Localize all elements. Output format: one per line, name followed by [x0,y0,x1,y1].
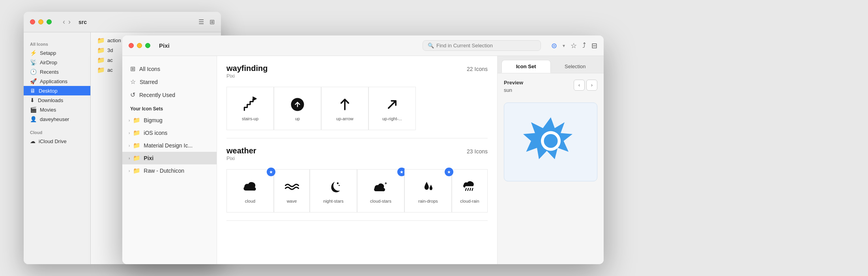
sidebar-recents[interactable]: 🕐Recents [24,67,90,76]
sidebar-desktop[interactable]: 🖥Desktop [24,86,90,95]
sidebar-airdrop[interactable]: 📡AirDrop [24,58,90,67]
icon-wrapper-rain-drops: rain-drops ★ [404,169,452,213]
finder-close-button[interactable] [30,19,35,24]
favourites-section-label: All Icons [24,40,90,48]
export-icon[interactable]: ⤴ [582,41,586,50]
svg-line-4 [468,188,468,191]
finder-toolbar-icons: ☰ ⊞ [198,18,215,26]
sidebar-recently-used[interactable]: ↺ Recently Used [122,88,217,101]
pixi-titlebar: Pixi 🔍 ⊜ ▾ ☆ ⤴ ⊟ [122,35,604,56]
weather-section: weather Pixi 23 Icons cloud [217,138,497,221]
sidebar-starred[interactable]: ☆ Starred [122,75,217,88]
up-svg [289,96,306,113]
icon-cell-stairs-up[interactable]: stairs-up [226,87,274,130]
sidebar-folder-ios[interactable]: › 📁 iOS icons [122,127,217,139]
icon-cell-cloud-rain[interactable]: cloud-rain [452,169,488,213]
folder-icon: 📁 [133,142,140,149]
night-svg [325,178,342,196]
icloud-icon: ☁ [30,138,36,144]
pixi-right-panel: Icon Set Selection Preview sun ‹ › [497,56,604,264]
svg-point-1 [337,183,339,185]
sidebar-movies[interactable]: 🎬Movies [24,105,90,114]
icon-cell-night[interactable]: night-stars [310,169,357,213]
filter-dropdown-icon[interactable]: ▾ [563,43,565,48]
icon-cell-up-right[interactable]: up-right-... [369,87,416,130]
grid-view-icon[interactable]: ⊞ [210,18,215,26]
icon-cell-cloud-stars[interactable]: cloud-stars [357,169,404,213]
sidebar-applications[interactable]: 🚀Applications [24,76,90,86]
cloud-stars-label: cloud-stars [370,199,391,203]
finder-minimize-button[interactable] [38,19,43,24]
folder-icon: 📁 [133,155,140,162]
wave-svg [283,178,301,196]
filter-icon[interactable]: ⊜ [551,41,557,50]
finder-navigation: ‹ › [63,18,71,26]
cloud-rain-label: cloud-rain [460,199,479,203]
wayfinding-source: Pixi [226,73,268,79]
wayfinding-icon-grid: stairs-up up [226,80,488,138]
folder-icon: 📁 [133,167,140,174]
starred-badge-cloud: ★ [267,168,275,176]
sidebar-folder-bigmug[interactable]: › 📁 Bigmug [122,114,217,127]
sidebar-setapp[interactable]: ⚡Setapp [24,48,90,58]
applications-icon: 🚀 [30,78,37,84]
tab-selection[interactable]: Selection [551,60,600,73]
starred-badge-rain-drops: ★ [445,168,453,176]
pixi-app-title: Pixi [159,42,170,49]
back-arrow-icon[interactable]: ‹ [63,18,65,26]
pixi-maximize-button[interactable] [145,43,150,48]
pixi-close-button[interactable] [129,43,134,48]
weather-count: 23 Icons [467,148,488,155]
svg-line-5 [470,188,471,191]
tab-icon-set[interactable]: Icon Set [501,60,551,73]
sidebar-downloads[interactable]: ⬇Downloads [24,95,90,105]
sidebar-folder-material[interactable]: › 📁 Material Design Ic... [122,139,217,152]
finder-traffic-lights [30,19,52,24]
all-icons-icon: ⊞ [130,65,135,73]
movies-icon: 🎬 [30,106,37,113]
sidebar-all-icons[interactable]: ⊞ All Icons [122,62,217,75]
folder-icon: 📁 [133,129,140,136]
list-view-icon[interactable]: ☰ [198,18,204,26]
user-icon: 👤 [30,116,37,122]
up-right-svg [383,96,401,113]
preview-prev-button[interactable]: ‹ [574,80,585,91]
rain-drops-svg [419,178,437,196]
weather-title: weather [226,146,256,155]
sidebar-folder-raw[interactable]: › 📁 Raw - Dutchicon [122,164,217,177]
chevron-right-icon: › [129,131,130,135]
pixi-body: ⊞ All Icons ☆ Starred ↺ Recently Used Yo… [122,56,604,264]
pixi-main-content: wayfinding Pixi 22 Icons stairs-up [217,56,497,264]
icon-cell-wave[interactable]: wave [274,169,310,213]
icon-cell-up[interactable]: up [274,87,321,130]
icon-cell-cloud[interactable]: cloud [226,169,274,213]
up-arrow-svg [336,96,354,113]
sidebar-toggle-icon[interactable]: ⊟ [591,41,597,50]
recently-used-icon: ↺ [130,91,135,99]
finder-sidebar: All Icons ⚡Setapp 📡AirDrop 🕐Recents 🚀App… [24,32,91,264]
star-icon[interactable]: ☆ [571,41,577,50]
icon-cell-up-arrow[interactable]: up-arrow [321,87,369,130]
preview-next-button[interactable]: › [586,80,597,91]
icon-wrapper-cloud: cloud ★ [226,169,274,213]
cloud-svg [241,178,259,196]
sidebar-icloud[interactable]: ☁iCloud Drive [24,136,90,146]
search-icon: 🔍 [428,43,434,48]
wayfinding-count: 22 Icons [467,66,488,72]
recents-icon: 🕐 [30,69,37,75]
svg-point-8 [544,134,557,148]
finder-maximize-button[interactable] [47,19,52,24]
search-input[interactable] [436,43,536,48]
preview-label: Preview [504,80,523,86]
wave-label: wave [287,199,297,203]
forward-arrow-icon[interactable]: › [68,18,71,26]
cloud-rain-svg [461,178,479,196]
svg-point-2 [339,185,340,186]
sidebar-user[interactable]: 👤daveyheuser [24,114,90,124]
sidebar-folder-pixi[interactable]: › 📁 Pixi [122,152,217,164]
icon-cell-rain-drops[interactable]: rain-drops [404,169,452,213]
pixi-minimize-button[interactable] [137,43,142,48]
rain-drops-label: rain-drops [418,199,438,203]
cloud-stars-svg [372,178,389,196]
pixi-search-box[interactable]: 🔍 [423,40,541,51]
